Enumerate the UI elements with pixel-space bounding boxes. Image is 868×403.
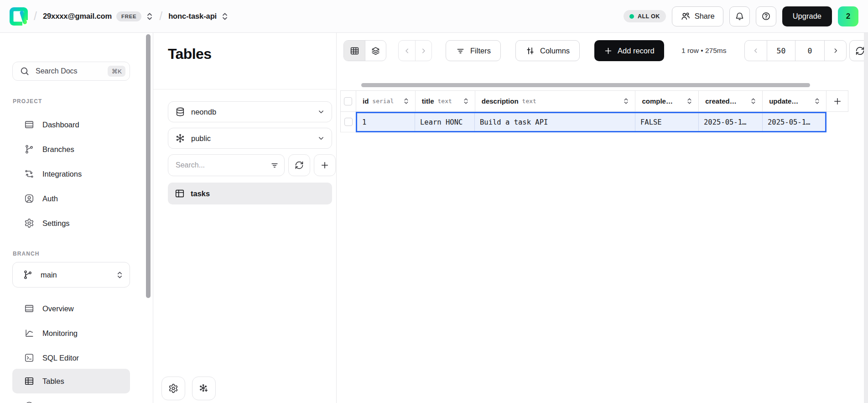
sidebar-item-monitoring[interactable]: Monitoring [12,321,130,345]
terminal-icon [24,353,34,363]
grid-header-row: id serial title text description text co… [340,90,848,112]
notification-count-badge[interactable]: 2 [838,6,858,26]
view-mode-toggle [343,40,386,61]
grid-view-button[interactable] [344,41,365,61]
horizontal-scrollbar[interactable] [361,83,810,87]
sidebar-item-label: Branches [42,145,74,154]
column-header-title[interactable]: title text [416,91,475,111]
sidebar-item-overview[interactable]: Overview [12,296,130,321]
chevron-down-icon [317,108,325,116]
share-button[interactable]: Share [672,6,723,26]
sidebar-item-integrations[interactable]: Integrations [12,162,130,186]
table-search-input[interactable] [176,161,270,169]
back-button[interactable] [399,41,415,61]
database-icon [175,107,185,117]
cell-updated[interactable]: 2025-05-1… [763,113,825,131]
schema-selector[interactable]: public [168,128,332,149]
chevron-updown-icon[interactable] [146,11,153,21]
cell-id[interactable]: 1 [357,113,415,131]
git-branch-icon [24,144,34,154]
refresh-tables-button[interactable] [288,154,310,176]
sort-icon[interactable] [686,97,693,105]
column-header-completed[interactable]: comple… [635,91,699,111]
notifications-button[interactable] [729,6,750,26]
column-header-description[interactable]: description text [475,91,636,111]
chevron-right-icon [420,47,427,55]
search-docs-button[interactable]: Search Docs ⌘K [12,62,130,81]
columns-button[interactable]: Columns [515,40,580,61]
breadcrumb-account[interactable]: 29xxxx@gmail.com FREE [43,11,153,21]
column-header-id[interactable]: id serial [356,91,416,111]
sidebar-item-label: Restore [42,402,69,403]
layers-view-button[interactable] [365,41,386,61]
breadcrumb-project[interactable]: honc-task-api [168,11,229,21]
sidebar-scrollbar[interactable] [146,34,151,298]
columns-label: Columns [540,47,570,55]
cell-completed[interactable]: FALSE [635,113,699,131]
upgrade-button[interactable]: Upgrade [782,6,832,26]
page-offset-value[interactable]: 0 [795,41,824,61]
neon-logo[interactable] [10,7,28,26]
sidebar-item-label: Monitoring [42,329,78,338]
sort-icon[interactable] [623,97,629,105]
sort-icon[interactable] [463,97,469,105]
page-next-button[interactable] [824,41,846,61]
add-column-button[interactable] [826,91,848,111]
cell-title[interactable]: Learn HONC [415,113,475,131]
database-name: neondb [191,108,216,116]
filters-button[interactable]: Filters [446,40,501,61]
page-prev-button[interactable] [745,41,767,61]
row-checkbox[interactable] [344,118,353,126]
branch-name: main [41,271,57,279]
forward-button[interactable] [415,41,431,61]
filter-lines-icon[interactable] [270,161,279,170]
sidebar-item-tables[interactable]: Tables [12,369,130,393]
search-docs-label: Search Docs [36,67,78,75]
chevron-updown-icon [116,270,123,280]
sidebar-item-dashboard[interactable]: Dashboard [12,112,130,137]
add-record-button[interactable]: Add record [594,40,664,61]
table-row[interactable]: 1 Learn HONC Build a task API FALSE 2025… [356,112,826,132]
help-button[interactable] [756,6,776,26]
vertical-scrollbar[interactable] [864,33,868,403]
page-size-value[interactable]: 50 [767,41,795,61]
sidebar-item-sql-editor[interactable]: SQL Editor [12,345,130,370]
shortcut-badge: ⌘K [108,66,125,77]
sidebar-item-settings[interactable]: Settings [12,211,130,236]
sidebar-item-branches[interactable]: Branches [12,137,130,162]
sort-icon[interactable] [750,97,757,105]
add-table-button[interactable] [314,154,336,176]
sidebar-item-auth[interactable]: Auth [12,186,130,211]
chevron-updown-icon[interactable] [221,11,229,21]
select-all-cell [341,91,356,111]
panel-title: Tables [168,46,211,63]
schema-name: public [191,134,211,143]
status-badge[interactable]: ALL OK [624,10,666,22]
breadcrumb-separator: / [34,10,37,23]
database-selector[interactable]: neondb [168,101,332,122]
integrations-icon [24,169,34,179]
pagination: 50 0 [744,40,847,61]
status-label: ALL OK [638,13,660,20]
sidebar-item-restore[interactable]: Restore [12,393,130,403]
git-branch-icon [23,270,33,280]
users-icon [681,11,691,21]
schema-download-icon [199,383,209,393]
cell-created[interactable]: 2025-05-1… [699,113,763,131]
breadcrumb-separator: / [159,10,162,23]
branch-selector[interactable]: main [12,262,130,288]
chevron-left-icon [403,47,411,55]
column-header-created[interactable]: created… [699,91,763,111]
table-search-field[interactable] [168,154,285,176]
column-header-updated[interactable]: update… [763,91,826,111]
cell-description[interactable]: Build a task API [475,113,635,131]
row-select-cell [340,112,356,132]
table-list-item-tasks[interactable]: tasks [168,183,332,204]
sort-icon[interactable] [403,97,410,105]
account-name: 29xxxx@gmail.com [43,12,112,21]
select-all-checkbox[interactable] [344,97,352,105]
auth-user-icon [24,194,34,204]
sort-icon[interactable] [814,97,821,105]
panel-settings-button[interactable] [161,377,185,400]
schema-export-button[interactable] [192,377,216,400]
